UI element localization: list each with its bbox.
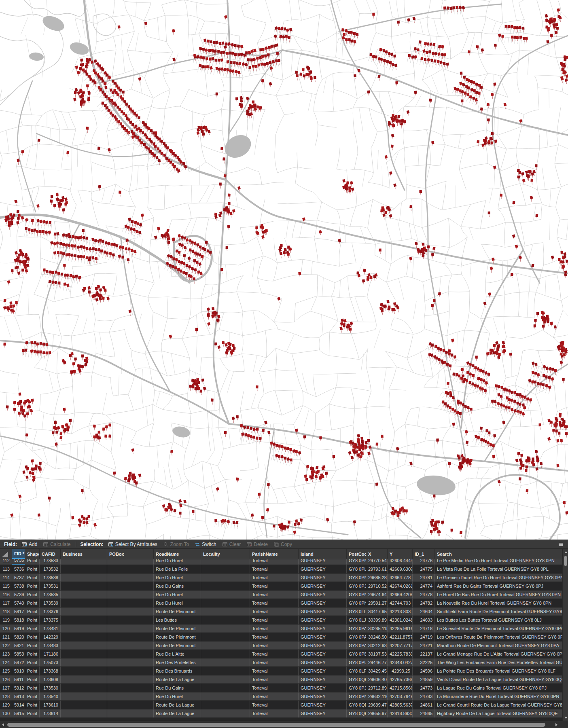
cell-pobox[interactable] xyxy=(107,590,154,599)
cell-rownum[interactable]: 117 xyxy=(0,599,12,607)
cell-roadname[interactable]: Rue Du Gains xyxy=(154,582,201,590)
column-header-x[interactable]: X xyxy=(366,549,388,559)
cell-locality[interactable] xyxy=(201,692,250,700)
cell-pobox[interactable] xyxy=(107,574,154,582)
cell-roadname[interactable]: Route De Pleinmont xyxy=(154,633,201,641)
cell-x[interactable]: 30212.9381 xyxy=(366,641,388,650)
cell-id_1[interactable]: 24782 xyxy=(413,599,435,607)
cell-island[interactable]: GUERNSEY xyxy=(299,701,347,709)
cell-search[interactable]: Le Grand Menage Rue De L'Aitte Torteval … xyxy=(435,650,562,658)
cell-island[interactable]: GUERNSEY xyxy=(299,692,347,700)
cell-shape[interactable]: Point xyxy=(25,599,40,607)
column-header-id_1[interactable]: ID_1 xyxy=(413,549,435,559)
table-row-120[interactable]: 1205819Point173481Route De PleinmontTort… xyxy=(0,624,562,633)
cell-id_1[interactable]: 24781 xyxy=(413,574,435,582)
cell-fid[interactable]: 5914 xyxy=(12,701,25,709)
cell-x[interactable]: 29793.6146 xyxy=(366,565,388,573)
cell-parishname[interactable]: Torteval xyxy=(250,599,299,607)
cell-fid[interactable]: 5915 xyxy=(12,709,25,717)
cell-pobox[interactable] xyxy=(107,633,154,641)
cell-island[interactable]: GUERNSEY xyxy=(299,599,347,607)
cell-pobox[interactable] xyxy=(107,692,154,700)
cell-parishname[interactable]: Torteval xyxy=(250,692,299,700)
cell-x[interactable]: 29712.8954 xyxy=(366,684,388,692)
cell-x[interactable]: 29446.7726 xyxy=(366,658,388,667)
cell-roadname[interactable]: Rue Du Hurel xyxy=(154,559,201,565)
cell-locality[interactable] xyxy=(201,565,250,573)
cell-pobox[interactable] xyxy=(107,658,154,667)
table-row-127[interactable]: 1275912Point173530Rue Du GainsTortevalGU… xyxy=(0,684,562,692)
scroll-right-icon[interactable] xyxy=(555,723,557,726)
cell-business[interactable] xyxy=(61,658,107,667)
cell-search[interactable]: Vents D'aval Route De La Lague Torteval … xyxy=(435,675,562,684)
cell-search[interactable]: La Vista Rue De La Folie Torteval GUERNS… xyxy=(435,565,562,573)
cell-rownum[interactable]: 119 xyxy=(0,616,12,624)
cell-locality[interactable] xyxy=(201,701,250,709)
cell-roadname[interactable]: Route De La Lague xyxy=(154,701,201,709)
cell-postcode[interactable]: GY8 0PN xyxy=(347,559,366,565)
table-row-117[interactable]: 1175740Point173539Rue Du HurelTortevalGU… xyxy=(0,599,562,607)
cell-search[interactable]: Le Grand Courtil Route De La Lague Torte… xyxy=(435,701,562,709)
cell-search[interactable]: Les Orfèvres Route De Pleinmont Torteval… xyxy=(435,633,562,641)
cell-island[interactable]: GUERNSEY xyxy=(299,574,347,582)
scroll-left-icon[interactable] xyxy=(2,723,4,726)
cell-parishname[interactable]: Torteval xyxy=(250,633,299,641)
cell-y[interactable]: 42285.9616 xyxy=(388,624,413,633)
horizontal-scroll-thumb[interactable] xyxy=(7,723,545,727)
cell-shape[interactable]: Point xyxy=(25,582,40,590)
cell-pobox[interactable] xyxy=(107,565,154,573)
cell-y[interactable]: 42805.5637 xyxy=(388,701,413,709)
cell-x[interactable]: 29591.2768 xyxy=(366,599,388,607)
cell-id_1[interactable]: 24603 xyxy=(413,616,435,624)
cell-locality[interactable] xyxy=(201,582,250,590)
table-row-114[interactable]: 1145737Point173538Rue Du HurelTortevalGU… xyxy=(0,573,562,582)
cell-roadname[interactable]: Route De La Lague xyxy=(154,709,201,717)
cell-island[interactable]: GUERNSEY xyxy=(299,650,347,658)
cell-postcode[interactable]: GY8 0PN xyxy=(347,590,366,599)
column-header-fid[interactable]: FID * xyxy=(12,549,25,559)
cell-locality[interactable] xyxy=(201,616,250,624)
cell-locality[interactable] xyxy=(201,667,250,675)
cell-id_1[interactable]: 24596 xyxy=(413,667,435,675)
cell-business[interactable] xyxy=(61,709,107,717)
cell-cafid[interactable]: 175073 xyxy=(40,658,61,667)
cell-fid[interactable]: 5912 xyxy=(12,684,25,692)
cell-parishname[interactable]: Torteval xyxy=(250,684,299,692)
cell-locality[interactable] xyxy=(201,574,250,582)
cell-id_1[interactable]: 24865 xyxy=(413,709,435,717)
table-row-116[interactable]: 1165739Point173535Rue Du HurelTortevalGU… xyxy=(0,590,562,599)
cell-shape[interactable]: Point xyxy=(25,650,40,658)
cell-parishname[interactable]: Torteval xyxy=(250,675,299,684)
column-header-locality[interactable]: Locality xyxy=(201,549,250,559)
column-header-cafid[interactable]: CAFID xyxy=(40,549,61,559)
cell-island[interactable]: GUERNSEY xyxy=(299,633,347,641)
vertical-scroll-thumb[interactable] xyxy=(564,556,567,566)
select-by-attributes-button[interactable]: Select By Attributes xyxy=(105,540,160,548)
cell-rownum[interactable]: 129 xyxy=(0,701,12,709)
table-row-121[interactable]: 1215820Point142329Route De PleinmontTort… xyxy=(0,633,562,641)
cell-parishname[interactable]: Torteval xyxy=(250,565,299,573)
cell-id_1[interactable]: 32225 xyxy=(413,658,435,667)
cell-locality[interactable] xyxy=(201,675,250,684)
cell-rownum[interactable]: 116 xyxy=(0,590,12,599)
cell-y[interactable]: 42393.25 xyxy=(388,667,413,675)
cell-y[interactable]: 42225.7833 xyxy=(388,650,413,658)
cell-business[interactable] xyxy=(61,701,107,709)
cell-cafid[interactable]: 173538 xyxy=(40,574,61,582)
cell-id_1[interactable]: 24783 xyxy=(413,692,435,700)
cell-parishname[interactable]: Torteval xyxy=(250,590,299,599)
cell-id_1[interactable]: 24861 xyxy=(413,701,435,709)
cell-roadname[interactable]: Rue Du Hurel xyxy=(154,692,201,700)
cell-postcode[interactable]: GY8 0LJ xyxy=(347,616,366,624)
cell-id_1[interactable]: 24718 xyxy=(413,624,435,633)
cell-search[interactable]: La Pointe Rue Des Brouards Torteval GUER… xyxy=(435,667,562,675)
cell-locality[interactable] xyxy=(201,607,250,616)
cell-search[interactable]: Le Hurel De Bas Rue Du Hurel Torteval GU… xyxy=(435,590,562,599)
cell-parishname[interactable]: Torteval xyxy=(250,607,299,616)
cell-island[interactable]: GUERNSEY xyxy=(299,658,347,667)
cell-island[interactable]: GUERNSEY xyxy=(299,641,347,650)
cell-fid[interactable]: 5853 xyxy=(12,650,25,658)
cell-roadname[interactable]: Rue De La Folie xyxy=(154,565,201,573)
cell-id_1[interactable]: 24859 xyxy=(413,675,435,684)
cell-pobox[interactable] xyxy=(107,624,154,633)
